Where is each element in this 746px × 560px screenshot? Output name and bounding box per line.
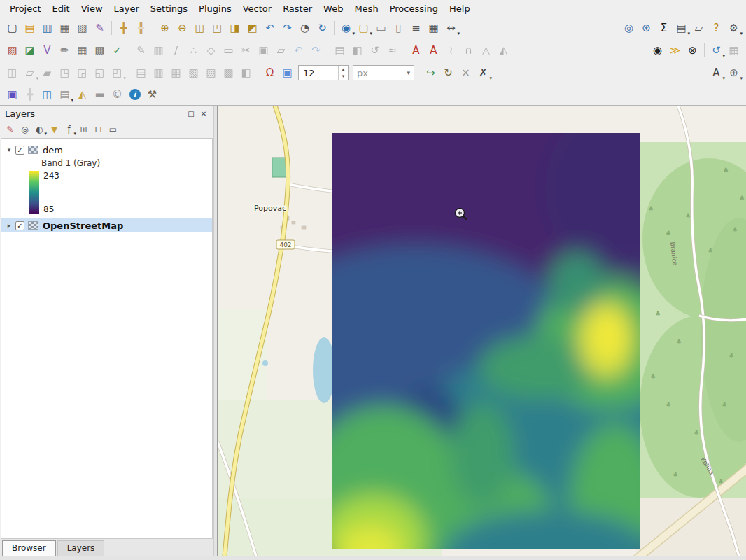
identify-features-button[interactable]: ◉▾ [337,20,355,36]
undo-redo-panel-button[interactable]: ↺▾ [708,42,725,59]
layer-row-dem[interactable]: ▾ dem [1,143,212,157]
offset-curve-button[interactable]: ≀ [442,42,460,59]
expander-right-icon[interactable]: ▸ [4,222,14,229]
browser-tab[interactable]: Browser [2,540,56,556]
raster-calculator-button[interactable]: ▩ [91,42,108,59]
zoom-out-button[interactable]: ⊖ [174,20,191,36]
simplify-feature-button[interactable]: ≈ [383,42,401,59]
map-tips-button[interactable]: ▣ [3,86,21,103]
pin-annotation-button[interactable]: ◰▾ [108,64,126,81]
show-unplaced-labels-button[interactable]: A [407,42,425,59]
filter-legend-button[interactable]: ▼ [47,122,62,136]
new-project-button[interactable]: ▢ [3,20,21,36]
spinner-up-icon[interactable]: ▴ [339,66,348,73]
expand-all-button[interactable]: ⊞ [76,122,91,136]
locator-button[interactable]: ◎ [620,20,638,36]
paste-features-button[interactable]: ▱ [272,42,290,59]
split-features-button[interactable]: ◬ [477,42,495,59]
zoom-to-layer-button[interactable]: ◩ [244,20,261,36]
info-button[interactable]: i [126,86,143,103]
open-project-button[interactable]: ▤ [21,20,38,36]
layer-styling-button[interactable]: ✎ [3,122,17,136]
units-select[interactable]: px ▾ [353,65,414,80]
delete-selected-button[interactable]: ▭ [220,42,237,59]
pin-unpin-labels-button[interactable]: ▦ [167,64,185,81]
layer-diagram-options-button[interactable]: ▥ [150,64,167,81]
label-settings-button[interactable]: ▣ [279,64,296,81]
close-panel-icon[interactable]: ✕ [199,108,209,118]
new-geopackage-layer-button[interactable]: ◪ [21,42,38,59]
toggle-editing-button[interactable]: ✎ [132,42,150,59]
menu-view[interactable]: View [76,1,108,16]
menu-web[interactable]: Web [318,1,349,16]
wrench-button[interactable]: ⚒ [143,86,161,103]
scale-bar-decoration-button[interactable]: ▬ [91,86,108,103]
select-by-form-button[interactable]: ▯ [390,20,407,36]
toggle-labels-button[interactable]: A [425,42,442,59]
multi-edit-button[interactable]: ▤ [331,42,349,59]
measure-button[interactable]: ↔▾ [442,20,460,36]
help-button[interactable]: ? [708,20,725,36]
menu-project[interactable]: Project [4,1,46,16]
style-manager-button[interactable]: ✎ [91,20,108,36]
invert-selection-button[interactable]: ✗▾ [474,64,492,81]
layer-labeling-options-button[interactable]: ▤ [132,64,150,81]
remove-layer-button[interactable]: ▭ [106,122,120,136]
statistics-summary-button[interactable]: Σ [655,20,673,36]
temporal-controller-button[interactable]: ◔ [296,20,314,36]
snapping-toggle-button[interactable]: Ω [261,64,279,81]
cut-features-button[interactable]: ✂ [237,42,255,59]
redo-button[interactable]: ↷ [307,42,325,59]
options-button[interactable]: ⚙▾ [725,20,743,36]
zoom-full-extent-button[interactable]: ◳ [209,20,226,36]
zoom-in-button[interactable]: ⊕ [156,20,174,36]
layers-tab[interactable]: Layers [57,540,105,556]
new-virtual-layer-button[interactable]: ✏ [56,42,73,59]
field-calculator-button[interactable]: ▦ [73,42,91,59]
split-parts-button[interactable]: ◭ [495,42,512,59]
map-canvas[interactable]: ♣♣♣ ♣♣♣ ♣♣♣ ♣♣♣ ♣♣♣ ♣♣ [217,106,746,556]
save-layer-edits-button[interactable]: ▥ [150,42,167,59]
expander-down-icon[interactable]: ▾ [4,146,14,153]
add-feature-button[interactable]: ∕ [167,42,185,59]
processing-toolbox-button[interactable]: ⊛ [638,20,655,36]
coordinate-capture-button[interactable]: ⊕▾ [725,64,743,81]
merge-features-button[interactable]: ◧ [349,42,366,59]
move-annotation-button[interactable]: ◫ [3,64,21,81]
offset-symbol-button[interactable]: ↪ [422,64,439,81]
open-attribute-table-button[interactable]: ≡ [407,20,425,36]
map-canvas-svg[interactable]: ♣♣♣ ♣♣♣ ♣♣♣ ♣♣♣ ♣♣♣ ♣♣ [218,106,746,556]
menu-help[interactable]: Help [444,1,476,16]
pan-to-selection-button[interactable]: ╬ [132,20,150,36]
select-features-button[interactable]: ▢▾ [355,20,372,36]
change-label-properties-button[interactable]: ◧ [237,64,255,81]
refresh-map-button[interactable]: ↻ [314,20,331,36]
layer-checkbox-openstreetmap[interactable] [15,221,24,230]
menu-plugins[interactable]: Plugins [193,1,237,16]
filter-map-content-button[interactable]: ◎ [17,122,32,136]
show-bookmarks-button[interactable]: ▤▾ [56,86,73,103]
new-map-view-button[interactable]: ◫ [38,86,56,103]
copy-features-button[interactable]: ▣ [255,42,272,59]
menu-layer[interactable]: Layer [108,1,145,16]
copyright-decoration-button[interactable]: © [108,86,126,103]
pan-arrows-button[interactable]: ╋ [21,86,38,103]
check-geometries-button[interactable]: ✓ [108,42,126,59]
bug-button[interactable]: ⊗ [684,42,701,59]
layer-checkbox-dem[interactable] [15,146,24,155]
data-source-manager-button[interactable]: ▨ [3,42,21,59]
deselect-features-button[interactable]: ▭ [372,20,390,36]
reshape-features-button[interactable]: ∩ [460,42,477,59]
north-arrow-decoration-button[interactable]: ◭ [73,86,91,103]
show-hide-labels-button[interactable]: ▧ [185,64,202,81]
menu-raster[interactable]: Raster [277,1,318,16]
form-annotation-button[interactable]: ▱▾ [21,64,38,81]
float-panel-icon[interactable]: □ [186,108,196,118]
menu-processing[interactable]: Processing [384,1,444,16]
move-label-button[interactable]: ▨ [202,64,220,81]
menu-settings[interactable]: Settings [145,1,193,16]
python-console-button[interactable]: ≫ [666,42,684,59]
zoom-native-button[interactable]: ◫ [191,20,209,36]
menu-edit[interactable]: Edit [46,1,75,16]
balloon-annotation-button[interactable]: ◱ [91,64,108,81]
